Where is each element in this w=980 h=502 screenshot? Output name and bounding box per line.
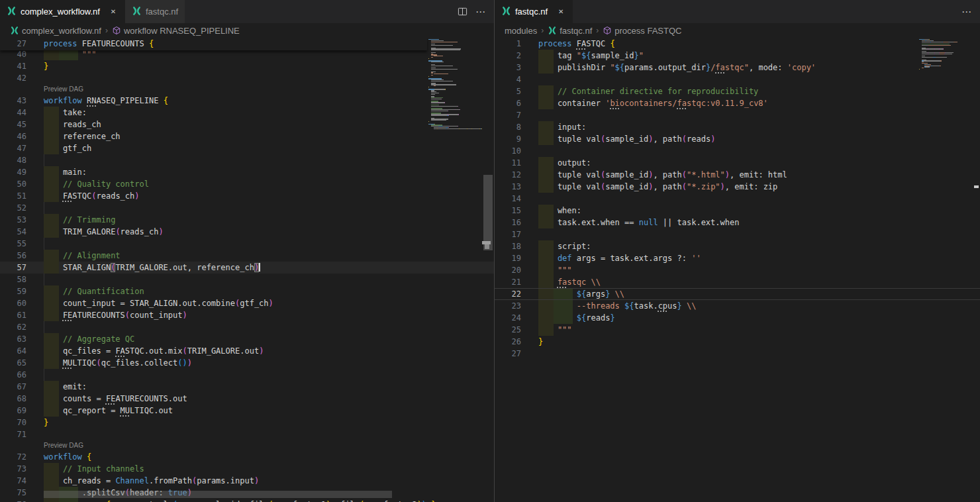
tab-fastqc-nf[interactable]: fastqc.nf✕ (495, 0, 573, 23)
code-row[interactable]: 8input: (495, 121, 980, 133)
code-row[interactable]: 24${reads} (495, 312, 980, 324)
code-row[interactable]: 16task.ext.when == null || task.ext.when (495, 217, 980, 228)
line-number[interactable]: 61 (0, 309, 26, 321)
code-row[interactable]: 10 (495, 145, 980, 157)
close-icon[interactable]: ✕ (108, 7, 119, 17)
code-row[interactable]: 19def args = task.ext.args ?: '' (495, 252, 980, 264)
code-row[interactable]: 6container 'biocontainers/fastqc:v0.11.9… (495, 97, 980, 109)
vertical-scrollbar-thumb[interactable] (483, 175, 493, 250)
minimap-right[interactable] (918, 39, 960, 72)
line-number[interactable]: 5 (495, 85, 521, 97)
code-row[interactable]: 53// Trimming (0, 214, 494, 226)
code-row[interactable]: 20""" (495, 264, 980, 276)
code-row[interactable]: 46reference_ch (0, 130, 494, 142)
line-number[interactable]: 53 (0, 214, 26, 226)
line-number[interactable]: 47 (0, 142, 26, 154)
code-row[interactable]: 58 (0, 274, 494, 285)
line-number[interactable]: 22 (495, 289, 521, 299)
code-row[interactable]: 48 (0, 154, 494, 166)
line-number[interactable]: 50 (0, 178, 26, 190)
code-row[interactable]: 22${args} \\ (495, 288, 980, 300)
code-row[interactable]: 57STAR_ALIGN(TRIM_GALORE.out, reference_… (0, 262, 494, 274)
code-row[interactable]: 2tag "${sample_id}" (495, 50, 980, 62)
line-number[interactable]: 72 (0, 451, 26, 463)
code-row[interactable]: 61FEATURECOUNTS(count_input) (0, 309, 494, 321)
minimap-left[interactable] (427, 39, 482, 130)
code-row[interactable]: 59// Quantification (0, 285, 494, 297)
line-number[interactable]: 55 (0, 238, 26, 250)
line-number[interactable]: 73 (0, 463, 26, 475)
code-row[interactable]: 4 (495, 74, 980, 85)
line-number[interactable]: 67 (0, 381, 26, 393)
breadcrumb-item-modules[interactable]: modules (505, 26, 537, 36)
code-row[interactable]: 49main: (0, 166, 494, 178)
sticky-scroll-line[interactable]: 27process FEATURECOUNTS { (0, 38, 427, 50)
tab-fastqc-nf[interactable]: fastqc.nf (125, 0, 185, 23)
code-row[interactable]: 67emit: (0, 381, 494, 393)
line-number[interactable]: 21 (495, 276, 521, 288)
line-number[interactable]: 64 (0, 345, 26, 357)
line-number[interactable]: 25 (495, 324, 521, 336)
line-number[interactable]: 7 (495, 109, 521, 121)
code-row[interactable]: 50// Quality control (0, 178, 494, 190)
code-row[interactable]: 25""" (495, 324, 980, 336)
code-row[interactable]: 47gtf_ch (0, 142, 494, 154)
code-row[interactable]: 56// Alignment (0, 250, 494, 262)
code-row[interactable]: 66 (0, 369, 494, 381)
code-row[interactable]: 60count_input = STAR_ALIGN.out.combine(g… (0, 297, 494, 309)
line-number[interactable]: 3 (495, 62, 521, 74)
code-row[interactable]: 11output: (495, 157, 980, 169)
code-row[interactable]: 52 (0, 202, 494, 214)
code-row[interactable]: 74ch_reads = Channel.fromPath(params.inp… (0, 475, 494, 487)
line-number[interactable]: 6 (495, 97, 521, 109)
code-row[interactable]: 17 (495, 228, 980, 240)
code-row[interactable]: 55 (0, 238, 494, 250)
tab-complex-workflow-nf[interactable]: complex_workflow.nf✕ (0, 0, 125, 23)
codelens-preview-dag[interactable]: Preview DAG (44, 84, 83, 95)
editor-left[interactable]: 40"""41}42Preview DAG43workflow RNASEQ_P… (0, 38, 494, 502)
line-number[interactable]: 26 (495, 336, 521, 348)
code-row[interactable]: 1process FASTQC { (495, 38, 980, 50)
line-number[interactable]: 68 (0, 393, 26, 405)
scrollbar-handle-marker[interactable] (482, 241, 491, 249)
code-row[interactable]: 18script: (495, 240, 980, 252)
horizontal-scrollbar[interactable] (44, 491, 392, 498)
code-row[interactable]: 14 (495, 193, 980, 205)
breadcrumb-item-workflow-rnaseq-pipeline[interactable]: workflow RNASEQ_PIPELINE (112, 26, 240, 36)
line-number[interactable]: 17 (495, 228, 521, 240)
line-number[interactable]: 18 (495, 240, 521, 252)
line-number[interactable]: 11 (495, 157, 521, 169)
code-row[interactable]: 27 (495, 348, 980, 360)
code-row[interactable]: 21fastqc \\ (495, 276, 980, 288)
code-row[interactable]: 54TRIM_GALORE(reads_ch) (0, 226, 494, 238)
line-number[interactable]: 10 (495, 145, 521, 157)
breadcrumb-item-process-fastqc[interactable]: process FASTQC (603, 26, 681, 36)
line-number[interactable]: 71 (0, 428, 26, 440)
line-number[interactable]: 76 (0, 499, 26, 502)
code-row[interactable]: 69qc_report = MULTIQC.out (0, 405, 494, 417)
line-number[interactable]: 43 (0, 95, 26, 107)
line-number[interactable]: 8 (495, 121, 521, 133)
line-number[interactable]: 69 (0, 405, 26, 417)
line-number[interactable]: 54 (0, 226, 26, 238)
line-number[interactable]: 45 (0, 119, 26, 130)
code-row[interactable]: 68counts = FEATURECOUNTS.out (0, 393, 494, 405)
code-row[interactable]: 3publishDir "${params.output_dir}/fastqc… (495, 62, 980, 74)
line-number[interactable]: 4 (495, 74, 521, 85)
code-row[interactable]: 45reads_ch (0, 119, 494, 130)
line-number[interactable]: 49 (0, 166, 26, 178)
breadcrumb-item-fastqc-nf[interactable]: fastqc.nf (548, 26, 592, 36)
close-icon[interactable]: ✕ (556, 7, 566, 17)
more-actions-icon[interactable]: ⋯ (475, 7, 486, 17)
line-number[interactable]: 12 (495, 169, 521, 181)
code-row[interactable]: 65MULTIQC(qc_files.collect()) (0, 357, 494, 369)
line-number[interactable]: 15 (495, 205, 521, 217)
code-row[interactable]: 42 (0, 72, 494, 84)
line-number[interactable]: 41 (0, 60, 26, 72)
line-number[interactable]: 51 (0, 190, 26, 202)
line-number[interactable]: 63 (0, 333, 26, 345)
code-row[interactable]: 13tuple val(sample_id), path("*.zip"), e… (495, 181, 980, 193)
line-number[interactable]: 58 (0, 274, 26, 285)
code-row[interactable]: 73// Input channels (0, 463, 494, 475)
line-number[interactable]: 9 (495, 133, 521, 145)
